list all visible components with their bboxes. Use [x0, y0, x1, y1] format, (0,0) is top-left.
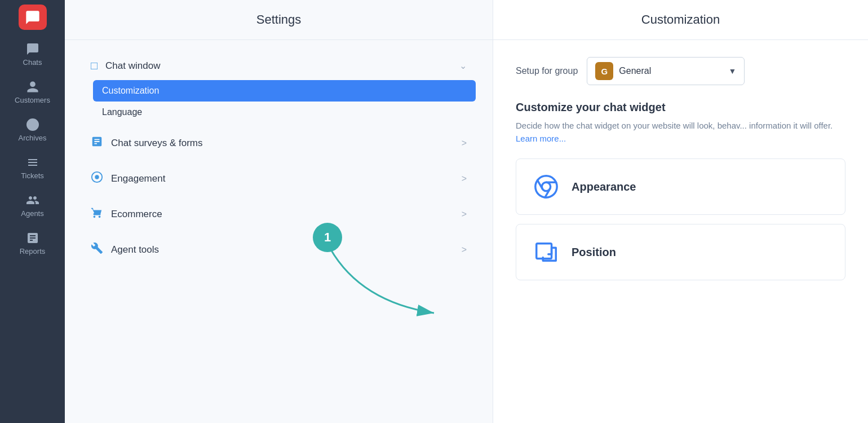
customization-body: Setup for group G General ▼ Customize yo…	[493, 40, 868, 423]
engagement-chevron: >	[462, 174, 467, 184]
sidebar-label-archives: Archives	[19, 134, 47, 142]
menu-item-agent-tools[interactable]: Agent tools >	[82, 234, 476, 265]
sidebar-item-customers[interactable]: Customers	[0, 73, 65, 111]
appearance-label: Appearance	[572, 180, 636, 193]
svg-rect-7	[537, 244, 552, 259]
group-dropdown[interactable]: G General ▼	[587, 57, 745, 85]
customers-icon	[26, 80, 39, 94]
reports-icon	[26, 231, 39, 245]
logo-icon	[25, 10, 41, 25]
settings-title: Settings	[65, 0, 493, 40]
settings-panel: Settings □ Chat window ⌄ Customization L…	[65, 0, 493, 423]
sidebar-label-chats: Chats	[23, 58, 42, 67]
ecommerce-label: Ecommerce	[111, 209, 454, 220]
sidebar-item-archives[interactable]: Archives	[0, 111, 65, 149]
menu-item-surveys[interactable]: Chat surveys & forms >	[82, 127, 476, 158]
widget-section-title: Customize your chat widget	[516, 101, 845, 114]
engagement-icon	[91, 171, 103, 186]
sidebar-item-reports[interactable]: Reports	[0, 224, 65, 262]
svg-point-1	[95, 175, 99, 179]
submenu-customization[interactable]: Customization	[93, 80, 476, 102]
customization-title: Customization	[493, 0, 868, 40]
learn-more-link[interactable]: Learn more...	[516, 134, 566, 143]
submenu-language[interactable]: Language	[93, 102, 476, 123]
menu-item-engagement[interactable]: Engagement >	[82, 163, 476, 194]
menu-item-ecommerce[interactable]: Ecommerce >	[82, 199, 476, 230]
menu-section-chat-window: □ Chat window ⌄ Customization Language	[82, 51, 476, 123]
agent-tools-icon	[91, 242, 103, 257]
tickets-icon	[26, 156, 39, 169]
position-label: Position	[572, 246, 616, 259]
sidebar-label-agents: Agents	[21, 209, 43, 218]
appearance-card[interactable]: Appearance	[516, 158, 845, 215]
chat-window-chevron: ⌄	[459, 60, 467, 71]
dropdown-arrow-icon: ▼	[728, 67, 736, 76]
settings-body: □ Chat window ⌄ Customization Language C…	[65, 40, 493, 281]
group-badge: G	[595, 62, 613, 80]
sidebar-label-reports: Reports	[20, 247, 46, 255]
appearance-icon	[532, 173, 560, 201]
surveys-label: Chat surveys & forms	[111, 138, 454, 149]
position-icon	[532, 238, 560, 266]
ecommerce-icon	[91, 206, 103, 222]
menu-item-chat-window[interactable]: □ Chat window ⌄	[82, 51, 476, 80]
agent-tools-label: Agent tools	[111, 244, 454, 255]
chat-window-icon: □	[91, 59, 98, 72]
menu-section-engagement: Engagement >	[82, 163, 476, 194]
chat-window-submenu: Customization Language	[93, 80, 476, 123]
customization-panel: Customization Setup for group G General …	[493, 0, 868, 423]
logo	[19, 5, 47, 30]
widget-section-desc: Decide how the chat widget on your websi…	[516, 120, 845, 145]
agent-tools-chevron: >	[462, 245, 467, 255]
surveys-chevron: >	[462, 138, 467, 148]
sidebar-item-chats[interactable]: Chats	[0, 36, 65, 73]
sidebar-item-agents[interactable]: Agents	[0, 187, 65, 224]
surveys-icon	[91, 135, 103, 151]
menu-section-ecommerce: Ecommerce >	[82, 199, 476, 230]
menu-section-surveys: Chat surveys & forms >	[82, 127, 476, 158]
sidebar-item-tickets[interactable]: Tickets	[0, 149, 65, 187]
ecommerce-chevron: >	[462, 209, 467, 219]
chat-icon	[26, 42, 39, 56]
group-dropdown-label: General	[619, 66, 723, 76]
menu-section-agent-tools: Agent tools >	[82, 234, 476, 265]
engagement-label: Engagement	[111, 173, 454, 184]
agents-icon	[26, 193, 39, 207]
icon-sidebar: Chats Customers Archives Tickets Agents …	[0, 0, 65, 423]
sidebar-label-tickets: Tickets	[21, 171, 44, 180]
group-selector: Setup for group G General ▼	[516, 57, 845, 85]
archives-icon	[26, 118, 39, 131]
position-card[interactable]: Position	[516, 224, 845, 280]
group-selector-label: Setup for group	[516, 66, 578, 76]
chat-window-label: Chat window	[105, 60, 451, 72]
sidebar-label-customers: Customers	[15, 96, 50, 104]
